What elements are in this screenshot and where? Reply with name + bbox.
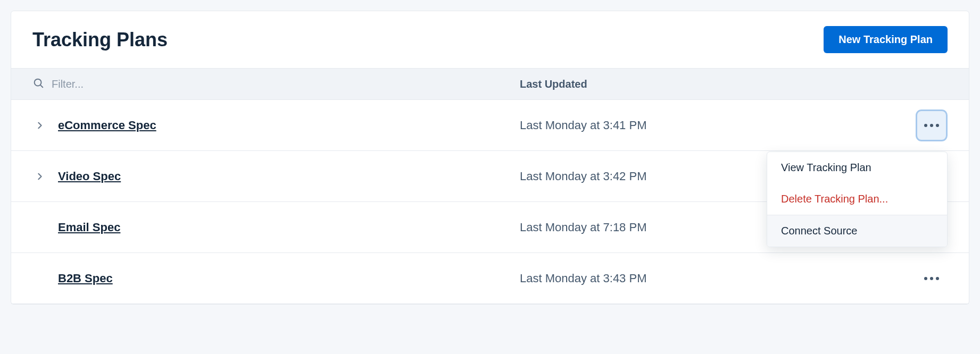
- plan-link[interactable]: Email Spec: [58, 221, 120, 234]
- menu-item-connect-source[interactable]: Connect Source: [767, 215, 947, 247]
- cell-actions: [916, 264, 969, 293]
- filter-cell: [11, 69, 509, 99]
- more-actions-button[interactable]: [917, 111, 946, 140]
- chevron-right-icon[interactable]: [32, 173, 47, 180]
- table-row: B2B Spec Last Monday at 3:43 PM: [11, 253, 969, 304]
- search-icon: [32, 77, 44, 91]
- filter-bar: Last Updated: [11, 68, 969, 100]
- menu-item-view[interactable]: View Tracking Plan: [767, 152, 947, 183]
- cell-updated: Last Monday at 3:43 PM: [509, 272, 916, 285]
- cell-name: eCommerce Spec: [11, 119, 509, 132]
- table-row: eCommerce Spec Last Monday at 3:41 PM: [11, 100, 969, 151]
- filter-input[interactable]: [52, 78, 499, 90]
- cell-name: B2B Spec: [11, 272, 509, 285]
- actions-dropdown: View Tracking Plan Delete Tracking Plan.…: [767, 151, 948, 247]
- cell-updated: Last Monday at 3:41 PM: [509, 119, 916, 132]
- svg-line-1: [40, 85, 43, 87]
- more-icon: [924, 124, 939, 127]
- more-icon: [924, 277, 939, 280]
- cell-name: Video Spec: [11, 170, 509, 183]
- menu-item-delete[interactable]: Delete Tracking Plan...: [767, 183, 947, 215]
- more-actions-button[interactable]: [917, 264, 946, 293]
- card-header: Tracking Plans New Tracking Plan: [11, 11, 969, 68]
- page-title: Tracking Plans: [32, 29, 168, 51]
- plan-link[interactable]: B2B Spec: [58, 272, 113, 285]
- new-tracking-plan-button[interactable]: New Tracking Plan: [824, 26, 948, 53]
- plan-link[interactable]: eCommerce Spec: [58, 119, 156, 132]
- tracking-plans-card: Tracking Plans New Tracking Plan Last Up…: [11, 11, 969, 305]
- chevron-right-icon[interactable]: [32, 122, 47, 129]
- cell-name: Email Spec: [11, 221, 509, 234]
- column-header-last-updated: Last Updated: [509, 70, 598, 99]
- cell-actions: [916, 111, 969, 140]
- plan-link[interactable]: Video Spec: [58, 170, 121, 183]
